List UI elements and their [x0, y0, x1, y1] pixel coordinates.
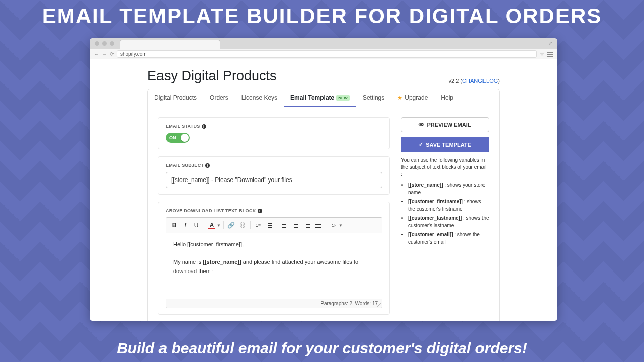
info-icon[interactable]: i	[202, 124, 206, 129]
align-center-button[interactable]	[291, 220, 301, 230]
url-field[interactable]: shopify.com	[117, 50, 537, 58]
resize-grip-icon[interactable]	[377, 303, 381, 307]
variables-help-text: You can use the following variables in t…	[401, 157, 489, 178]
editor-toolbar: B I U A▼ 🔗 ⛓ 1≡	[166, 218, 382, 233]
bookmark-icon[interactable]: ☆	[540, 51, 544, 57]
bold-button[interactable]: B	[169, 220, 179, 230]
tab-label: Upgrade	[405, 94, 428, 101]
variable-item: [[customer_lastname]] : shows the custom…	[408, 214, 489, 229]
save-template-button[interactable]: SAVE TEMPLATE	[401, 137, 489, 152]
tab-label: Help	[441, 94, 453, 101]
eye-icon	[419, 122, 424, 128]
page-title: Easy Digital Products	[147, 68, 277, 84]
browser-tab-strip: ⤢	[90, 38, 557, 49]
browser-tab[interactable]	[120, 40, 220, 49]
marketing-tagline: Build a beautiful email for your custome…	[0, 340, 644, 357]
variable-item: [[customer_email]] : shows the customer'…	[408, 231, 489, 246]
variable-item: [[customer_firstname]] : shows the custo…	[408, 198, 489, 213]
variables-list: [[store_name]] : shows your store name[[…	[401, 181, 489, 246]
tab-orders[interactable]: Orders	[203, 89, 235, 107]
tab-settings[interactable]: Settings	[356, 89, 391, 107]
nav-tabs: Digital ProductsOrdersLicense KeysEmail …	[147, 89, 500, 107]
tab-label: Orders	[210, 94, 228, 101]
underline-button[interactable]: U	[191, 220, 201, 230]
fullscreen-icon[interactable]: ⤢	[548, 40, 554, 46]
tab-license-keys[interactable]: License Keys	[235, 89, 284, 107]
color-dropdown-icon[interactable]: ▼	[217, 223, 221, 228]
tab-upgrade[interactable]: ★Upgrade	[391, 89, 434, 107]
tab-label: Email Template	[290, 94, 334, 101]
tab-label: License Keys	[242, 94, 277, 101]
emoji-dropdown-icon[interactable]: ▼	[339, 223, 343, 228]
email-status-label: EMAIL STATUS	[166, 124, 200, 129]
tab-label: Settings	[363, 94, 384, 101]
tab-digital-products[interactable]: Digital Products	[148, 89, 203, 107]
tab-label: Digital Products	[154, 94, 197, 101]
unlink-button[interactable]: ⛓	[237, 220, 248, 230]
info-icon[interactable]: i	[205, 163, 210, 168]
email-status-toggle[interactable]: ON	[166, 133, 190, 143]
align-justify-button[interactable]	[313, 220, 323, 230]
link-button[interactable]: 🔗	[226, 220, 236, 230]
email-subject-label: EMAIL SUBJECT	[166, 163, 204, 168]
window-max-dot[interactable]	[110, 41, 114, 46]
align-left-button[interactable]	[280, 220, 290, 230]
window-close-dot[interactable]	[95, 41, 99, 46]
text-color-button[interactable]: A	[207, 220, 217, 230]
browser-address-bar: ← → ⟳ shopify.com ☆	[90, 49, 557, 59]
preview-email-button[interactable]: PREVIEW EMAIL	[401, 117, 489, 132]
rich-text-editor: B I U A▼ 🔗 ⛓ 1≡	[166, 217, 382, 308]
star-icon: ★	[397, 95, 403, 101]
marketing-headline: EMAIL TEMPLATE BUILDER FOR DIGITAL ORDER…	[0, 4, 644, 28]
above-block-label: ABOVE DOWNLOAD LIST TEXT BLOCK	[166, 208, 256, 213]
italic-button[interactable]: I	[180, 220, 190, 230]
back-icon[interactable]: ←	[94, 51, 99, 57]
align-right-button[interactable]	[302, 220, 312, 230]
unordered-list-button[interactable]	[264, 220, 274, 230]
tab-email-template[interactable]: Email TemplateNEW	[284, 89, 356, 107]
editor-content[interactable]: Hello [[customer_firstname]], My name is…	[166, 233, 382, 299]
version-label: v2.2 (CHANGELOG)	[449, 78, 500, 84]
browser-menu-icon[interactable]	[547, 52, 553, 57]
new-badge: NEW	[336, 95, 350, 101]
variable-item: [[store_name]] : shows your store name	[408, 181, 489, 196]
reload-icon[interactable]: ⟳	[110, 51, 114, 57]
info-icon[interactable]: i	[258, 209, 262, 213]
window-min-dot[interactable]	[102, 41, 107, 46]
check-icon	[419, 141, 423, 148]
forward-icon[interactable]: →	[102, 51, 107, 57]
changelog-link[interactable]: CHANGELOG	[462, 78, 498, 84]
emoji-button[interactable]: ☺	[329, 220, 339, 230]
tab-help[interactable]: Help	[434, 89, 460, 107]
ordered-list-button[interactable]: 1≡	[253, 220, 263, 230]
browser-window: ⤢ ← → ⟳ shopify.com ☆ Easy Digital Produ…	[90, 38, 557, 321]
email-subject-input[interactable]	[166, 172, 382, 188]
editor-status-bar: Paragraphs: 2, Words: 17	[166, 299, 382, 308]
